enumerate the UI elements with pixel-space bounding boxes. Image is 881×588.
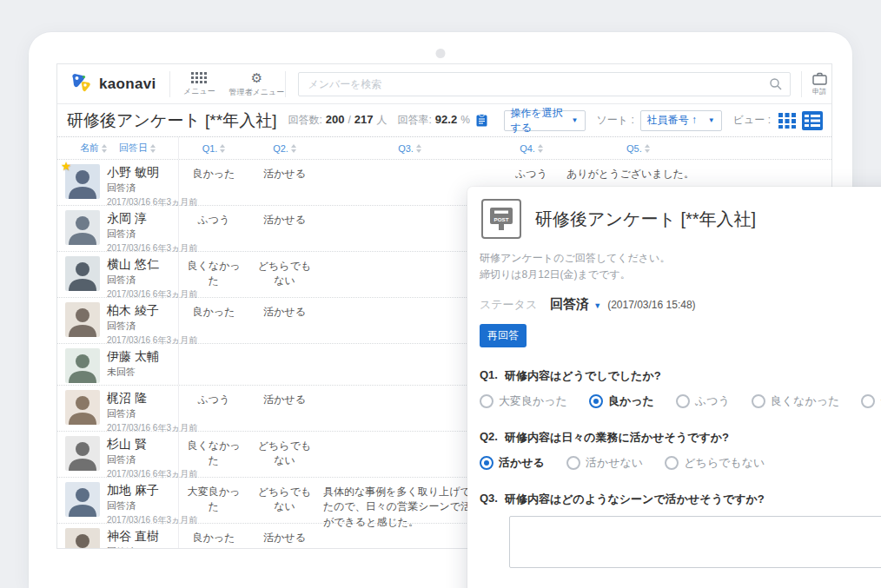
response-status: 回答済 (107, 499, 175, 512)
avatar (65, 482, 100, 517)
member-name[interactable]: 杉山 賢 (107, 437, 147, 451)
status-label: ステータス (480, 297, 537, 313)
column-header-q3[interactable]: Q3. (321, 143, 499, 154)
memo-icon[interactable] (476, 114, 487, 127)
sort-value: 社員番号 ↑ (647, 113, 697, 128)
admin-menu-button[interactable]: ⚙ 管理者メニュー (228, 70, 285, 98)
kaonavi-logo-icon (70, 73, 93, 95)
survey-toolbar: 研修後アンケート [**年入社] 回答数: 200 / 217 人 回答率: 9… (57, 104, 831, 137)
question-block-q2: Q2.研修内容は日々の業務に活かせそうですか? 活かせる 活かせない どちらでも… (480, 430, 881, 471)
kaonavi-logo[interactable]: kaonavi (57, 73, 169, 95)
member-name[interactable]: 柏木 綾子 (107, 303, 159, 317)
question-label: Q2.研修内容は日々の業務に活かせそうですか? (480, 430, 881, 446)
rate-label: 回答率: (398, 113, 432, 128)
answer-q2: 活かせる (248, 524, 321, 549)
question-block-q1: Q1.研修内容はどうでしでしたか? 大変良かった 良かった ふつう 良くなかった… (480, 368, 881, 409)
page-title: 研修後アンケート [**年入社] (67, 109, 276, 132)
sort-carets-icon (150, 144, 156, 153)
answer-q2: どちらでもない (248, 252, 321, 301)
count-total: 217 (354, 113, 374, 126)
rate-unit: % (460, 114, 470, 126)
grid-view-icon[interactable] (777, 111, 798, 130)
action-select-dropdown[interactable]: 操作を選択する ▼ (504, 110, 586, 131)
radio-icon (665, 456, 679, 470)
answer-q2: 活かせる (248, 386, 321, 434)
question-label: Q1.研修内容はどうでしでしたか? (480, 368, 881, 384)
app-header: kaonavi メニュー ⚙ 管理者メニュー 申請 (57, 64, 831, 104)
search-icon[interactable] (769, 77, 783, 91)
answer-q2: どちらでもない (248, 432, 321, 480)
question-block-q3: Q3.研修内容はどのようなシーンで活かせそうですか? (480, 492, 881, 568)
sort-carets-icon (416, 144, 421, 153)
member-name[interactable]: 加地 麻子 (107, 483, 159, 497)
menu-button[interactable]: メニュー (170, 70, 228, 97)
sort-carets-icon (102, 144, 107, 153)
apply-button[interactable]: 申請 (802, 72, 832, 96)
radio-option[interactable]: ふつう (676, 393, 730, 409)
radio-icon (676, 394, 690, 408)
member-name[interactable]: 神谷 直樹 (107, 529, 159, 543)
column-header-q5[interactable]: Q5. (564, 143, 831, 154)
column-header-name[interactable]: 名前 (80, 142, 107, 155)
avatar (65, 256, 100, 291)
radio-option[interactable]: 良くなかった (752, 393, 840, 409)
radio-option[interactable]: 全く良くなかった (861, 393, 881, 409)
menu-label: メニュー (183, 86, 215, 97)
radio-icon (752, 394, 765, 408)
member-search-input[interactable] (298, 72, 791, 96)
avatar (65, 210, 100, 245)
chevron-down-icon[interactable]: ▼ (593, 301, 601, 310)
radio-icon (566, 456, 580, 470)
avatar (65, 436, 100, 471)
list-view-icon-selected[interactable] (802, 111, 823, 130)
camera-dot (436, 49, 446, 58)
answer-q2: 活かせる (248, 298, 321, 347)
answer-q1: 良かった (179, 524, 248, 549)
star-badge-icon: ★ (61, 159, 72, 173)
radio-selected-icon (480, 456, 493, 470)
answer-q2: 活かせる (248, 160, 321, 208)
response-status: 回答済 (107, 453, 175, 466)
sort-dropdown[interactable]: 社員番号 ↑ ▼ (640, 110, 722, 131)
answer-q1: 大変良かった (179, 478, 248, 530)
radio-selected-icon (589, 394, 603, 408)
column-header-q2[interactable]: Q2. (248, 143, 321, 154)
column-header-q4[interactable]: Q4. (499, 143, 564, 154)
radio-option-selected[interactable]: 良かった (589, 393, 654, 409)
member-name[interactable]: 梶沼 隆 (107, 391, 147, 405)
answer-q1 (179, 344, 248, 385)
member-name[interactable]: 伊藤 太輔 (107, 349, 159, 363)
answer-q1: ふつう (179, 206, 248, 254)
response-status: 回答済 (107, 407, 175, 420)
sort-label: ソート : (597, 113, 634, 128)
response-status: 回答済 (107, 182, 175, 195)
member-name[interactable]: 永岡 淳 (107, 211, 147, 225)
sort-carets-icon (645, 144, 650, 153)
member-name[interactable]: 横山 悠仁 (107, 257, 159, 271)
admin-menu-label: 管理者メニュー (229, 87, 285, 98)
avatar: ★ (65, 164, 100, 199)
action-select-label: 操作を選択する (511, 106, 565, 135)
survey-description: 研修アンケートのご回答してください。 締切りは8月12日(金)までです。 (480, 250, 881, 282)
radio-option[interactable]: どちらでもない (665, 455, 765, 471)
answer-q2: 活かせる (248, 206, 321, 254)
rate-value: 92.2 (435, 113, 457, 126)
column-header-q1[interactable]: Q1. (179, 143, 248, 154)
avatar (65, 528, 100, 549)
column-header-date[interactable]: 回答日 (119, 142, 156, 155)
radio-option[interactable]: 活かせない (566, 455, 643, 471)
panel-title: 研修後アンケート [**年入社] (535, 208, 756, 231)
chevron-down-icon: ▼ (708, 116, 715, 124)
answer-q1: 良くなかった (179, 432, 248, 480)
q3-answer-textarea[interactable] (509, 516, 881, 568)
sort-carets-icon (220, 144, 225, 153)
briefcase-icon (812, 72, 827, 85)
table-header-row: 名前 回答日 Q1. Q2. Q3. Q4. Q5. (57, 137, 831, 160)
radio-option[interactable]: 大変良かった (480, 393, 567, 409)
avatar (65, 390, 100, 425)
reanswer-button[interactable]: 再回答 (480, 324, 527, 347)
status-value-dropdown[interactable]: 回答済 (550, 296, 589, 313)
member-name[interactable]: 小野 敏明 (107, 165, 159, 179)
avatar (65, 302, 100, 337)
radio-option-selected[interactable]: 活かせる (480, 455, 545, 471)
